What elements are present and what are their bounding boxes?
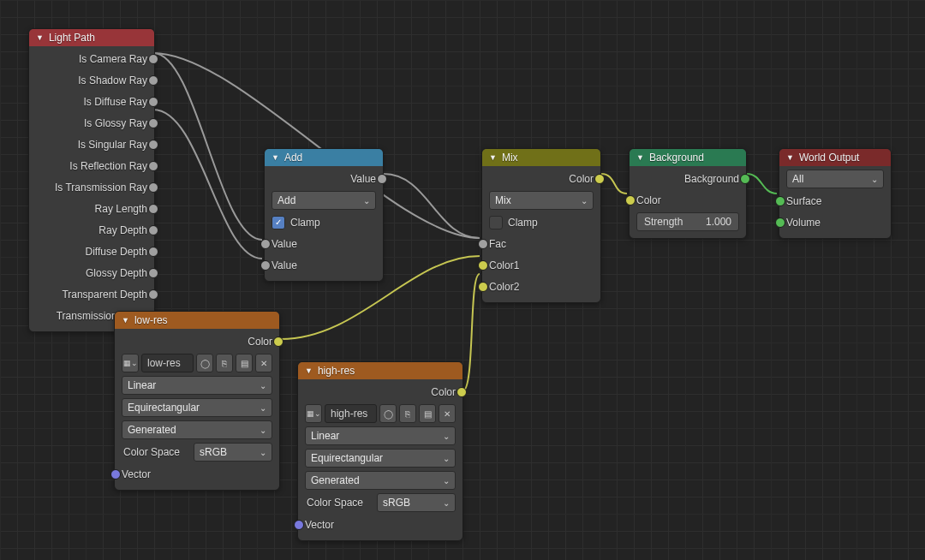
socket-out[interactable]: [457, 387, 467, 397]
collapse-icon[interactable]: ▼: [122, 316, 129, 325]
node-image-texture-lowres[interactable]: ▼ low-res Color ▦⌄ low-res ◯ ⎘ ▤ ✕ Linea…: [114, 311, 280, 491]
node-background[interactable]: ▼ Background Background Color Strength1.…: [629, 148, 747, 239]
chevron-down-icon: ⌄: [443, 498, 450, 508]
node-title: World Output: [799, 152, 859, 164]
socket-in[interactable]: [260, 260, 271, 271]
node-world-output[interactable]: ▼ World Output All⌄ Surface Volume: [779, 148, 892, 239]
clamp-checkbox[interactable]: ✓Clamp: [272, 213, 376, 231]
socket-out[interactable]: [148, 118, 158, 128]
socket-in[interactable]: [775, 196, 785, 206]
strength-slider[interactable]: Strength1.000: [636, 212, 739, 231]
socket-in[interactable]: [260, 239, 271, 249]
socket-out[interactable]: [148, 54, 158, 64]
socket-out[interactable]: [148, 97, 158, 107]
target-dropdown[interactable]: All⌄: [786, 170, 884, 188]
output-label: Color: [248, 336, 272, 348]
input-label: Value: [272, 238, 297, 250]
socket-in[interactable]: [478, 282, 488, 292]
node-header[interactable]: ▼ World Output: [779, 149, 891, 166]
node-header[interactable]: ▼ low-res: [115, 312, 279, 329]
node-image-texture-highres[interactable]: ▼ high-res Color ▦⌄ high-res ◯ ⎘ ▤ ✕ Lin…: [297, 361, 463, 541]
node-math-add[interactable]: ▼ Add Value Add⌄ ✓Clamp Value Value: [264, 148, 384, 282]
socket-out[interactable]: [148, 140, 158, 150]
socket-out[interactable]: [148, 204, 158, 214]
dropdown-value: Mix: [495, 194, 511, 206]
node-header[interactable]: ▼ Add: [265, 149, 383, 166]
blend-dropdown[interactable]: Mix⌄: [489, 191, 594, 210]
socket-out[interactable]: [148, 75, 158, 86]
input-label: Fac: [489, 238, 506, 250]
socket-in[interactable]: [775, 217, 785, 228]
socket-in[interactable]: [625, 195, 636, 206]
image-name[interactable]: low-res: [141, 354, 194, 372]
browse-image-icon[interactable]: ▦⌄: [122, 354, 139, 372]
socket-out[interactable]: [148, 289, 158, 300]
projection-dropdown[interactable]: Equirectangular⌄: [122, 398, 272, 417]
socket-out[interactable]: [148, 268, 158, 278]
image-name[interactable]: high-res: [325, 404, 377, 423]
dropdown-value: Equirectangular: [128, 402, 200, 414]
unlink-icon[interactable]: ✕: [439, 404, 456, 423]
input-label: Color1: [489, 259, 519, 271]
interp-dropdown[interactable]: Linear⌄: [122, 376, 272, 395]
operation-dropdown[interactable]: Add⌄: [272, 191, 376, 210]
node-light-path[interactable]: ▼ Light Path Is Camera Ray Is Shadow Ray…: [28, 28, 155, 332]
output-label: Is Transmission Ray: [55, 182, 147, 194]
output-label: Value: [350, 173, 376, 185]
node-header[interactable]: ▼ Mix: [482, 149, 600, 166]
socket-out[interactable]: [148, 247, 158, 257]
output-label: Is Shadow Ray: [78, 74, 147, 86]
node-header[interactable]: ▼ Background: [630, 149, 746, 166]
interp-dropdown[interactable]: Linear⌄: [305, 426, 456, 445]
projection-dropdown[interactable]: Equirectangular⌄: [305, 449, 456, 468]
input-label: Color: [636, 194, 661, 206]
socket-out[interactable]: [273, 337, 283, 347]
unlink-icon[interactable]: ✕: [255, 354, 272, 372]
collapse-icon[interactable]: ▼: [36, 33, 44, 42]
slider-label: Strength: [644, 216, 683, 228]
node-title: low-res: [134, 314, 168, 326]
open-image-icon[interactable]: ▤: [419, 404, 436, 423]
open-image-icon[interactable]: ▤: [236, 354, 253, 372]
texcoord-dropdown[interactable]: Generated⌄: [122, 420, 272, 439]
socket-out[interactable]: [148, 161, 158, 171]
socket-out[interactable]: [148, 182, 158, 193]
fake-user-icon[interactable]: ◯: [196, 354, 213, 372]
node-header[interactable]: ▼ Light Path: [29, 29, 154, 46]
output-label: Is Camera Ray: [79, 53, 147, 65]
input-label: Vector: [122, 468, 151, 480]
socket-out[interactable]: [740, 174, 750, 184]
node-header[interactable]: ▼ high-res: [298, 362, 462, 379]
node-title: Mix: [502, 152, 518, 164]
dropdown-value: Generated: [311, 474, 360, 486]
clamp-checkbox[interactable]: Clamp: [489, 213, 594, 231]
socket-in[interactable]: [478, 239, 488, 249]
fake-user-icon[interactable]: ◯: [379, 404, 397, 423]
checkbox-label: Clamp: [290, 217, 320, 229]
output-label: Color: [431, 386, 456, 398]
socket-in[interactable]: [294, 520, 304, 530]
socket-out[interactable]: [148, 225, 158, 235]
node-mix-rgb[interactable]: ▼ Mix Color Mix⌄ Clamp Fac Color1 Color2: [481, 148, 601, 303]
collapse-icon[interactable]: ▼: [272, 153, 279, 162]
browse-image-icon[interactable]: ▦⌄: [305, 404, 322, 423]
colorspace-dropdown[interactable]: sRGB⌄: [194, 443, 272, 462]
socket-out[interactable]: [594, 174, 605, 184]
texcoord-dropdown[interactable]: Generated⌄: [305, 471, 456, 490]
new-image-icon[interactable]: ⎘: [216, 354, 233, 372]
collapse-icon[interactable]: ▼: [636, 153, 644, 162]
chevron-down-icon: ⌄: [871, 175, 878, 184]
socket-in[interactable]: [478, 260, 488, 271]
colorspace-dropdown[interactable]: sRGB⌄: [377, 493, 456, 512]
collapse-icon[interactable]: ▼: [786, 153, 794, 162]
socket-in[interactable]: [110, 469, 121, 480]
node-title: Add: [284, 152, 302, 164]
collapse-icon[interactable]: ▼: [305, 366, 313, 375]
output-label: Is Reflection Ray: [69, 160, 147, 172]
input-label: Surface: [786, 195, 821, 207]
socket-out[interactable]: [377, 174, 387, 184]
new-image-icon[interactable]: ⎘: [399, 404, 416, 423]
collapse-icon[interactable]: ▼: [489, 153, 497, 162]
input-label: Vector: [305, 519, 334, 531]
checkbox-label: Clamp: [508, 217, 538, 229]
